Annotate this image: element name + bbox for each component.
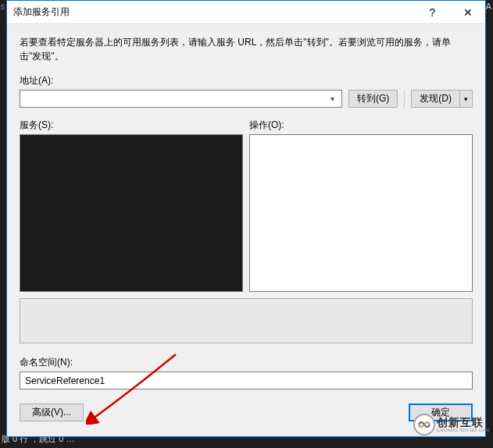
operations-list[interactable] — [249, 134, 473, 292]
watermark-logo: 创新互联 CHUANG XIN HU LIAN — [413, 414, 490, 436]
address-combobox[interactable]: ▾ — [20, 90, 342, 108]
namespace-label: 命名空间(N): — [20, 356, 473, 369]
chevron-down-icon[interactable]: ▾ — [326, 94, 338, 103]
logo-en: CHUANG XIN HU LIAN — [437, 428, 490, 432]
discover-button[interactable]: 发现(D) — [411, 90, 460, 108]
address-label: 地址(A): — [20, 74, 473, 87]
services-list[interactable] — [20, 134, 243, 292]
advanced-button[interactable]: 高级(V)... — [20, 404, 84, 421]
titlebar: 添加服务引用 ? ✕ — [7, 1, 485, 24]
dialog-content: 若要查看特定服务器上的可用服务列表，请输入服务 URL，然后单击"转到"。若要浏… — [7, 24, 485, 431]
status-box — [20, 298, 473, 343]
operations-label: 操作(O): — [249, 119, 473, 132]
namespace-input[interactable] — [20, 372, 473, 389]
discover-dropdown-button[interactable]: ▾ — [460, 90, 473, 108]
add-service-reference-dialog: 添加服务引用 ? ✕ 若要查看特定服务器上的可用服务列表，请输入服务 URL，然… — [6, 0, 486, 437]
logo-cn: 创新互联 — [437, 417, 490, 428]
services-label: 服务(S): — [20, 119, 243, 132]
go-button[interactable]: 转到(G) — [348, 90, 398, 108]
address-input[interactable] — [23, 91, 326, 107]
dialog-title: 添加服务引用 — [13, 5, 415, 19]
close-button[interactable]: ✕ — [450, 1, 485, 24]
help-button[interactable]: ? — [415, 1, 450, 24]
instruction-text: 若要查看特定服务器上的可用服务列表，请输入服务 URL，然后单击"转到"。若要浏… — [20, 35, 473, 63]
logo-icon — [413, 414, 435, 436]
background-corner: A — [486, 2, 491, 11]
